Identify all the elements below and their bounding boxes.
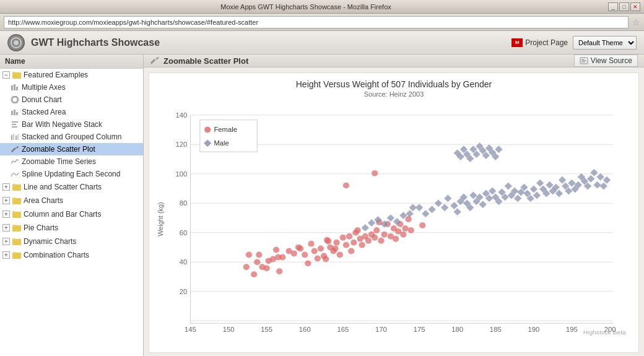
- chart-icon-stacked: [10, 107, 20, 117]
- svg-text:120: 120: [176, 141, 188, 148]
- svg-line-41: [150, 57, 159, 64]
- svg-rect-34: [12, 238, 15, 240]
- svg-point-79: [254, 259, 260, 265]
- address-bar: ☆: [0, 14, 644, 31]
- svg-text:155: 155: [261, 326, 272, 333]
- sidebar-item-multiple-axes[interactable]: Multiple Axes: [0, 81, 143, 93]
- sidebar-item-pie-charts[interactable]: + Pie Charts: [0, 221, 143, 235]
- svg-rect-8: [16, 87, 18, 90]
- svg-point-139: [332, 246, 338, 252]
- pie-charts-label: Pie Charts: [24, 224, 58, 232]
- svg-point-96: [337, 252, 343, 258]
- maximize-button[interactable]: □: [619, 2, 629, 11]
- svg-point-219: [204, 127, 211, 133]
- folder-icon-area: [12, 196, 22, 206]
- sidebar-item-column-bar[interactable]: + Column and Bar Charts: [0, 207, 143, 221]
- sidebar-item-area-charts[interactable]: + Area Charts: [0, 194, 143, 207]
- svg-text:80: 80: [180, 199, 188, 207]
- svg-text:185: 185: [490, 326, 502, 333]
- svg-point-136: [243, 264, 250, 270]
- expand-icon-column: +: [2, 211, 10, 218]
- svg-text:165: 165: [337, 326, 349, 333]
- theme-select[interactable]: Default Theme Dark Theme Gray Theme: [573, 36, 637, 50]
- svg-point-132: [378, 238, 384, 244]
- svg-point-125: [259, 264, 265, 270]
- close-button[interactable]: ✕: [630, 2, 640, 11]
- sidebar-item-line-scatter[interactable]: + Line and Scatter Charts: [0, 180, 143, 194]
- svg-text:180: 180: [451, 326, 463, 333]
- column-bar-label: Column and Bar Charts: [24, 210, 101, 219]
- sidebar-item-featured-examples[interactable]: − Featured Examples: [0, 69, 143, 81]
- svg-text:150: 150: [223, 326, 235, 333]
- svg-rect-7: [14, 84, 15, 90]
- svg-text:195: 195: [566, 326, 578, 333]
- sidebar-item-dynamic-charts[interactable]: + Dynamic Charts: [0, 235, 143, 248]
- svg-point-101: [350, 240, 357, 246]
- svg-text:40: 40: [180, 258, 188, 266]
- svg-text:Male: Male: [214, 139, 228, 147]
- scatter-icon: [150, 56, 160, 66]
- svg-point-133: [419, 222, 425, 228]
- address-input[interactable]: [4, 16, 629, 28]
- spline-label: Spline Updating Each Second: [22, 170, 120, 178]
- sidebar-item-stacked-grouped[interactable]: Stacked and Grouped Column: [0, 131, 143, 143]
- expand-icon-area: +: [2, 197, 10, 204]
- expand-icon-dynamic: +: [2, 238, 10, 245]
- project-page-button[interactable]: M Project Page: [511, 38, 568, 47]
- line-scatter-label: Line and Scatter Charts: [24, 183, 102, 191]
- bookmark-icon[interactable]: ☆: [632, 17, 640, 27]
- sidebar-item-stacked-area[interactable]: Stacked Area: [0, 106, 143, 118]
- svg-point-126: [266, 258, 272, 264]
- browser-controls: _ □ ✕: [608, 2, 640, 11]
- minimize-button[interactable]: _: [608, 2, 618, 11]
- main-layout: Name − Featured Examples Multiple Axes D…: [0, 54, 644, 356]
- sidebar-item-combination[interactable]: + Combination Charts: [0, 248, 143, 262]
- svg-rect-16: [11, 135, 12, 140]
- svg-rect-11: [14, 110, 15, 115]
- svg-text:60: 60: [180, 229, 188, 237]
- svg-point-90: [318, 246, 324, 252]
- svg-point-98: [343, 242, 349, 248]
- folder-icon-dynamic: [12, 237, 22, 246]
- svg-point-106: [365, 238, 372, 244]
- svg-point-118: [400, 232, 406, 238]
- svg-text:140: 140: [176, 111, 188, 119]
- svg-text:100: 100: [176, 170, 188, 178]
- svg-text:20: 20: [180, 288, 188, 295]
- svg-point-2: [14, 40, 19, 45]
- sidebar-item-bar-negative[interactable]: Bar With Negative Stack: [0, 118, 143, 131]
- svg-point-9: [12, 97, 18, 103]
- source-icon: [580, 57, 588, 64]
- sidebar-item-zoomable-time[interactable]: Zoomable Time Series: [0, 155, 143, 168]
- view-source-button[interactable]: View Source: [574, 54, 638, 67]
- sidebar-item-donut-chart[interactable]: Donut Chart: [0, 93, 143, 106]
- sidebar-item-zoomable-scatter[interactable]: Zoomable Scatter Plot: [0, 143, 143, 155]
- svg-point-134: [343, 183, 349, 189]
- dynamic-charts-label: Dynamic Charts: [24, 237, 76, 246]
- expand-icon-combo: +: [2, 251, 10, 259]
- svg-rect-17: [13, 134, 14, 140]
- stacked-area-label: Stacked Area: [22, 108, 66, 116]
- project-page-label: Project Page: [525, 38, 568, 47]
- svg-rect-26: [12, 184, 15, 186]
- svg-point-100: [348, 248, 354, 254]
- chart-icon-multiple: [10, 82, 20, 92]
- svg-point-128: [291, 251, 297, 257]
- moxie-logo: M: [511, 38, 523, 47]
- svg-text:175: 175: [414, 326, 425, 333]
- expand-icon-line: +: [2, 183, 10, 191]
- svg-rect-36: [12, 252, 15, 254]
- svg-text:145: 145: [185, 326, 196, 333]
- svg-point-127: [275, 254, 281, 260]
- svg-point-104: [359, 242, 365, 248]
- expand-icon: −: [2, 71, 10, 79]
- svg-point-97: [340, 235, 346, 241]
- svg-point-108: [372, 235, 378, 241]
- sidebar-item-spline[interactable]: Spline Updating Each Second: [0, 168, 143, 180]
- svg-rect-28: [12, 198, 15, 199]
- svg-point-109: [373, 227, 380, 233]
- chart-container: Height Versus Weight of 507 Individuals …: [149, 72, 639, 353]
- scatter-chart-svg[interactable]: 140 120 100 80 60 40 20 Weight (kg) 145 …: [155, 103, 632, 336]
- svg-point-99: [346, 233, 352, 240]
- multiple-axes-label: Multiple Axes: [22, 83, 66, 92]
